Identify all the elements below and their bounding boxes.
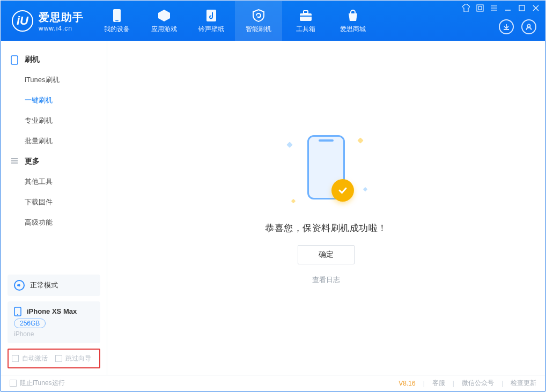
status-card[interactable]: 正常模式 [8,275,100,296]
menu-icon[interactable] [490,4,498,12]
bag-icon [346,9,360,23]
view-log-link[interactable]: 查看日志 [312,275,340,285]
header-action-icons [499,19,536,34]
success-message: 恭喜您，保资料刷机成功啦！ [265,222,387,234]
user-button[interactable] [521,19,536,34]
svg-point-22 [17,314,18,315]
music-icon [204,9,218,23]
download-button[interactable] [499,19,514,34]
footer-link-check-update[interactable]: 检查更新 [511,379,536,388]
refresh-shield-icon [252,9,265,23]
sidebar-item-itunes-flash[interactable]: iTunes刷机 [1,70,107,90]
header-tabs: 我的设备 应用游戏 铃声壁纸 智能刷机 工具箱 爱思商城 [93,1,377,41]
device-card[interactable]: iPhone XS Max 256GB iPhone [8,301,100,343]
sparkle-icon [357,137,363,143]
svg-rect-0 [113,9,121,22]
check-badge-icon [331,179,354,202]
device-phone-icon [14,307,23,315]
checkbox-icon [12,355,19,362]
device-type: iPhone [14,330,94,338]
list-icon [11,157,19,166]
svg-rect-6 [477,5,483,11]
brand-logo: iU 爱思助手 www.i4.cn [1,1,93,41]
footer-link-wechat[interactable]: 微信公众号 [462,379,494,388]
checkbox-auto-activate[interactable]: 自动激活 [12,354,48,363]
body: 刷机 iTunes刷机 一键刷机 专业刷机 批量刷机 更多 其他工具 下载固件 … [1,41,545,375]
footer-link-support[interactable]: 客服 [432,379,445,388]
sidebar-item-advanced[interactable]: 高级功能 [1,212,107,233]
svg-rect-4 [304,11,308,13]
toolbox-icon [299,9,313,23]
checkbox-icon [10,380,17,387]
tab-store[interactable]: 爱思商城 [329,1,377,41]
logo-icon: iU [12,10,33,32]
svg-rect-1 [115,20,119,21]
checkbox-block-itunes[interactable]: 阻止iTunes运行 [10,379,65,388]
device-capacity: 256GB [14,319,46,328]
brand-name: 爱思助手 [39,10,84,25]
svg-point-20 [17,284,19,286]
minimize-button[interactable] [504,4,512,12]
version-label: V8.16 [399,380,415,387]
svg-rect-7 [478,6,482,10]
success-illustration [278,131,374,211]
checkbox-icon [55,355,62,362]
svg-rect-5 [300,16,312,17]
window-controls [462,4,540,12]
options-highlight-box: 自动激活 跳过向导 [8,349,100,368]
svg-point-15 [527,24,530,27]
svg-rect-16 [11,56,18,64]
sparkle-icon [286,142,292,147]
sparkle-icon [291,199,296,203]
status-text: 正常模式 [30,280,58,290]
footer: 阻止iTunes运行 V8.16 | 客服 | 微信公众号 | 检查更新 [1,375,545,391]
maximize-button[interactable] [518,4,526,12]
app-window: iU 爱思助手 www.i4.cn 我的设备 应用游戏 铃声壁纸 智能刷机 [1,1,545,391]
sparkle-icon [363,187,367,191]
confirm-button[interactable]: 确定 [298,245,355,264]
sidebar-item-other-tools[interactable]: 其他工具 [1,172,107,192]
sidebar-group-more: 更多 [1,151,107,172]
device-outline-icon [11,55,19,64]
tab-apps-games[interactable]: 应用游戏 [141,1,188,41]
tab-toolbox[interactable]: 工具箱 [282,1,329,41]
sidebar-item-pro-flash[interactable]: 专业刷机 [1,110,107,131]
feedback-icon[interactable] [476,4,484,12]
svg-rect-12 [519,5,525,11]
tab-ringtone-wallpaper[interactable]: 铃声壁纸 [188,1,235,41]
titlebar: iU 爱思助手 www.i4.cn 我的设备 应用游戏 铃声壁纸 智能刷机 [1,1,545,41]
sidebar-item-oneclick-flash[interactable]: 一键刷机 [1,90,107,110]
brand-url: www.i4.cn [39,25,84,32]
phone-icon [110,9,124,23]
device-name: iPhone XS Max [27,307,77,315]
tab-my-device[interactable]: 我的设备 [93,1,141,41]
sidebar-item-batch-flash[interactable]: 批量刷机 [1,131,107,151]
close-button[interactable] [532,4,540,12]
status-ok-icon [14,280,25,291]
tab-smart-flash[interactable]: 智能刷机 [235,1,282,41]
checkbox-skip-guide[interactable]: 跳过向导 [55,354,91,363]
svg-rect-3 [300,13,312,21]
sidebar: 刷机 iTunes刷机 一键刷机 专业刷机 批量刷机 更多 其他工具 下载固件 … [1,41,107,375]
skin-icon[interactable] [462,4,470,12]
main-content: 恭喜您，保资料刷机成功啦！ 确定 查看日志 [107,41,545,375]
sidebar-item-download-firmware[interactable]: 下载固件 [1,192,107,212]
sidebar-group-flash: 刷机 [1,49,107,70]
cube-icon [157,9,171,23]
